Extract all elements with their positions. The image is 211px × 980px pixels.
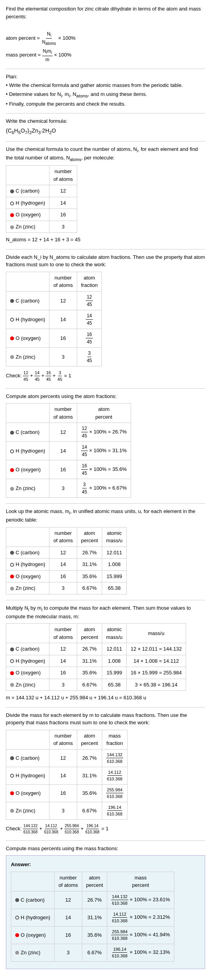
col-el-mf bbox=[6, 730, 50, 749]
mass-text: Multiply Ni by mi to compute the mass fo… bbox=[6, 604, 205, 620]
zn-masspct: 196.14610.368 × 100% = 32.13% bbox=[107, 944, 174, 961]
table-row: C (carbon) 12 26.7% 144.132610.368 × 100… bbox=[11, 891, 174, 909]
plan-header: Plan: bbox=[6, 73, 205, 81]
table-row: Zn (zinc) 3 bbox=[6, 221, 77, 233]
table-row: C (carbon) 12 26.7% 144.132610.368 bbox=[6, 749, 128, 767]
atom-percent-formula: atom percent = NiNatoms × 100% bbox=[6, 30, 205, 47]
o-atoms-am: 16 bbox=[49, 570, 77, 582]
el-o-ap: O (oxygen) bbox=[6, 460, 50, 479]
table-row: C (carbon) 12 1245 × 100% = 26.7% bbox=[6, 423, 131, 442]
o-pct: 1645 × 100% = 35.6% bbox=[77, 460, 131, 479]
count-atoms-text: Use the chemical formula to count the nu… bbox=[6, 145, 205, 163]
mass-fractions-section: Divide the mass for each element by m to… bbox=[6, 711, 205, 835]
table-row: O (oxygen) 16 35.6% 255.984610.368 × 100… bbox=[11, 926, 174, 944]
col-atoms-header: numberof atoms bbox=[49, 166, 77, 185]
element-oxygen-1: O (oxygen) bbox=[6, 209, 50, 221]
h-atoms-mf: 14 bbox=[49, 767, 77, 784]
zn-atoms-f: 3 bbox=[49, 347, 77, 366]
carbon-atoms-1: 12 bbox=[49, 185, 77, 197]
el-zn-m: Zn (zinc) bbox=[6, 679, 50, 691]
zn-pct-ans: 6.67% bbox=[82, 944, 107, 961]
zn-pct-am: 6.67% bbox=[77, 582, 102, 594]
zn-atoms-m: 3 bbox=[49, 679, 77, 691]
el-h-m: H (hydrogen) bbox=[6, 655, 50, 667]
compute-mass-pct-text: Compute mass percents using the mass fra… bbox=[6, 845, 205, 853]
atoms-table: numberof atoms C (carbon) 12 H (hydrogen… bbox=[6, 165, 77, 233]
el-zn-ans: Zn (zinc) bbox=[11, 944, 55, 961]
atom-percents-section: Compute atom percents using the atom fra… bbox=[6, 393, 205, 498]
o-atoms-ap: 16 bbox=[49, 460, 77, 479]
el-c-am: C (carbon) bbox=[6, 547, 50, 559]
zn-pct-m: 6.67% bbox=[77, 679, 102, 691]
table-row: H (hydrogen) 14 1445 × 100% = 31.1% bbox=[6, 442, 131, 460]
zinc-atoms-1: 3 bbox=[49, 221, 77, 233]
h-atoms-m: 14 bbox=[49, 655, 77, 667]
col-atom-pct-mf: atompercent bbox=[77, 730, 102, 749]
c-atm-m: 12.011 bbox=[102, 643, 127, 655]
h-pct-m: 31.1% bbox=[77, 655, 102, 667]
zn-atoms-ap: 3 bbox=[49, 479, 77, 498]
c-mass: 12.011 bbox=[102, 547, 127, 559]
el-o-ans: O (oxygen) bbox=[11, 926, 55, 944]
oxygen-atoms-1: 16 bbox=[49, 209, 77, 221]
table-row: H (hydrogen) 14 1445 bbox=[6, 310, 102, 329]
el-zn-ap: Zn (zinc) bbox=[6, 479, 50, 498]
plan-item-1: • Write the chemical formula and gather … bbox=[6, 81, 205, 89]
h-atoms-f: 14 bbox=[49, 310, 77, 329]
table-row: Zn (zinc) 3 345 × 100% = 6.67% bbox=[6, 479, 131, 498]
table-row: Zn (zinc) 3 6.67% 65.38 3 × 65.38 = 196.… bbox=[6, 679, 186, 691]
table-row: C (carbon) 12 1245 bbox=[6, 291, 102, 310]
c-atoms-ans: 12 bbox=[54, 891, 82, 909]
zn-pct: 345 × 100% = 6.67% bbox=[77, 479, 131, 498]
table-row: O (oxygen) 16 1645 bbox=[6, 329, 102, 347]
o-atoms-ans: 16 bbox=[54, 926, 82, 944]
formula-section: Write the chemical formula: (C6H5O7)2Zn3… bbox=[6, 117, 205, 136]
zn-pct-mf: 6.67% bbox=[77, 802, 102, 819]
col-atom-pct: atompercent bbox=[77, 403, 131, 423]
col-atom-pct-am: atompercent bbox=[77, 527, 102, 547]
col-atom-frac: atomfraction bbox=[77, 272, 102, 291]
o-atoms-mf: 16 bbox=[49, 784, 77, 802]
mass-percent-formula: mass percent = Nimim × 100% bbox=[6, 48, 205, 63]
check2: Check: 144.132610.368 + 14.112610.368 + … bbox=[6, 823, 205, 835]
fractions-table: numberof atoms atomfraction C (carbon) 1… bbox=[6, 272, 102, 366]
c-atoms-f: 12 bbox=[49, 291, 77, 310]
table-row: C (carbon) 12 26.7% 12.011 12 × 12.011 =… bbox=[6, 643, 186, 655]
element-hydrogen-1: H (hydrogen) bbox=[6, 197, 50, 209]
h-mass: 1.008 bbox=[102, 559, 127, 571]
table-row: O (oxygen) 16 bbox=[6, 209, 77, 221]
atom-fractions-section: Divide each N_i by N_atoms to calculate … bbox=[6, 253, 205, 383]
c-atoms-ap: 12 bbox=[49, 423, 77, 442]
formula-prompt: Write the chemical formula: bbox=[6, 117, 205, 125]
col-num-atoms-ap: numberof atoms bbox=[49, 403, 77, 423]
el-zn-am: Zn (zinc) bbox=[6, 582, 50, 594]
c-atoms-mf: 12 bbox=[49, 749, 77, 767]
col-el-m bbox=[6, 624, 50, 643]
el-h-f: H (hydrogen) bbox=[6, 310, 50, 329]
col-el-am bbox=[6, 527, 50, 547]
h-masspct: 14.112610.368 × 100% = 2.312% bbox=[107, 909, 174, 926]
col-num-atoms-f: numberof atoms bbox=[49, 272, 77, 291]
el-h-am: H (hydrogen) bbox=[6, 559, 50, 571]
col-atom-pct-m: atompercent bbox=[77, 624, 102, 643]
table-row: H (hydrogen) 14 31.1% 1.008 14 × 1.008 =… bbox=[6, 655, 186, 667]
c-atoms-am: 12 bbox=[49, 547, 77, 559]
col-num-atoms-ans: numberof atoms bbox=[54, 872, 82, 891]
el-h-ap: H (hydrogen) bbox=[6, 442, 50, 460]
c-pct-m: 26.7% bbox=[77, 643, 102, 655]
zn-atm-m: 65.38 bbox=[102, 679, 127, 691]
col-atomic-mass: atomicmass/u bbox=[102, 527, 127, 547]
table-row: Zn (zinc) 3 6.67% 65.38 bbox=[6, 582, 127, 594]
zn-atoms-mf: 3 bbox=[49, 802, 77, 819]
c-pct: 1245 × 100% = 26.7% bbox=[77, 423, 131, 442]
h-atoms-ans: 14 bbox=[54, 909, 82, 926]
table-row: H (hydrogen) 14 bbox=[6, 197, 77, 209]
col-num-atoms-mf: numberof atoms bbox=[49, 730, 77, 749]
col-num-atoms-am: numberof atoms bbox=[49, 527, 77, 547]
el-h-ans: H (hydrogen) bbox=[11, 909, 55, 926]
el-o-m: O (oxygen) bbox=[6, 667, 50, 679]
zn-mfrac: 196.14610.368 bbox=[102, 802, 128, 819]
c-pct-am: 26.7% bbox=[77, 547, 102, 559]
c-pct-mf: 26.7% bbox=[77, 749, 102, 767]
h-atoms-am: 14 bbox=[49, 559, 77, 571]
